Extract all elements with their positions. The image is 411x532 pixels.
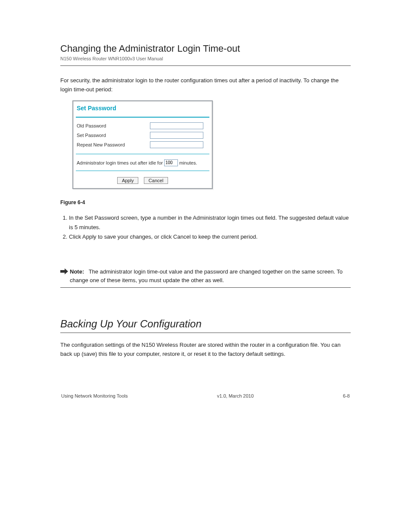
repeat-password-label: Repeat New Password (77, 142, 150, 147)
panel-title: Set Password (76, 104, 209, 117)
step-2: Click Apply to save your changes, or cli… (69, 232, 351, 242)
set-password-input[interactable] (150, 132, 203, 139)
timeout-prefix: Administrator login times out after idle… (77, 160, 163, 165)
panel-divider-top (76, 117, 209, 118)
set-password-panel: Set Password Old Password Set Password R… (72, 100, 213, 189)
panel-divider-mid (76, 154, 209, 154)
note-label: Note: (70, 268, 87, 275)
timeout-input[interactable] (164, 159, 178, 166)
old-password-input[interactable] (150, 122, 203, 129)
figure-caption: Figure 6-4 (60, 199, 351, 205)
section-body: The configuration settings of the N150 W… (60, 341, 351, 359)
old-password-label: Old Password (77, 123, 150, 128)
repeat-password-input[interactable] (150, 141, 203, 148)
steps-list: In the Set Password screen, type a numbe… (60, 213, 351, 242)
set-password-label: Set Password (77, 133, 150, 138)
cancel-button[interactable]: Cancel (144, 177, 168, 184)
timeout-suffix: minutes. (179, 160, 197, 165)
note-arrow-icon (60, 268, 70, 274)
section-title: Backing Up Your Configuration (60, 318, 351, 330)
apply-button[interactable]: Apply (117, 177, 139, 184)
page-title: Changing the Administrator Login Time-ou… (60, 43, 351, 54)
book-subheader: N150 Wireless Router WNR1000v3 User Manu… (60, 56, 351, 61)
footer-right: 6-8 (343, 393, 350, 398)
intro-paragraph: For security, the administrator login to… (60, 76, 351, 94)
note-text: The administrator login time-out value a… (70, 268, 342, 283)
step-1: In the Set Password screen, type a numbe… (69, 213, 351, 232)
footer-left: Using Network Monitoring Tools (61, 393, 128, 398)
note-rule (60, 287, 351, 288)
panel-divider-bottom (76, 171, 209, 171)
section-rule (60, 333, 351, 333)
header-rule (60, 65, 351, 66)
footer-version: v1.0, March 2010 (217, 393, 254, 398)
